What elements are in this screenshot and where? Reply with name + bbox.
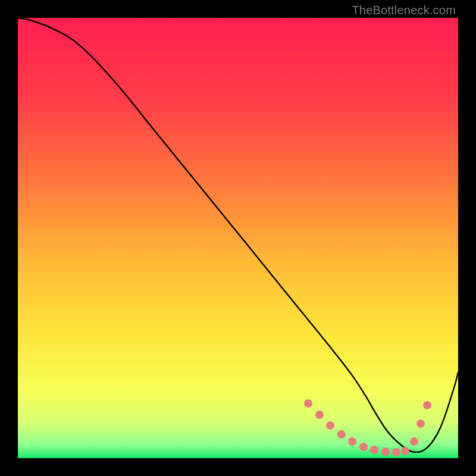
curve-marker [326, 421, 334, 430]
curve-marker [410, 437, 418, 446]
curve-marker [370, 446, 378, 454]
curve-marker [337, 430, 346, 439]
curve-marker [392, 448, 400, 456]
curve-marker [416, 419, 425, 428]
plot-area [18, 18, 458, 458]
curve-marker [381, 447, 390, 456]
curve-layer [18, 18, 458, 458]
curve-marker [315, 411, 324, 419]
watermark-text: TheBottleneck.com [352, 4, 456, 17]
curve-marker [401, 447, 409, 455]
bottleneck-curve [18, 18, 458, 452]
curve-marker [423, 401, 431, 409]
curve-marker [348, 437, 356, 446]
curve-marker [304, 399, 312, 408]
chart-stage: TheBottleneck.com [0, 0, 476, 476]
curve-marker [359, 443, 368, 451]
